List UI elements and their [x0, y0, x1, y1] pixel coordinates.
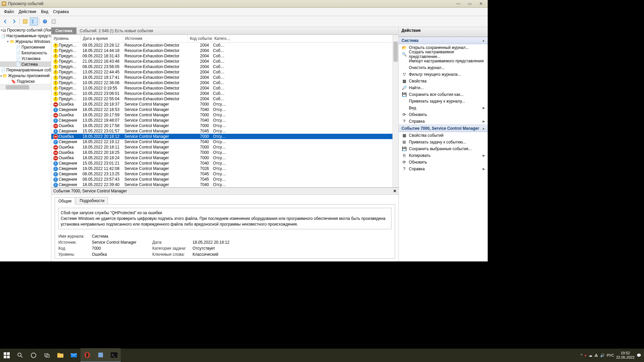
action-item[interactable]: ?Справка▶ [399, 166, 488, 172]
svg-rect-17 [46, 355, 49, 357]
actions-section-event[interactable]: Событие 7000, Service Control Manager▲ [399, 125, 488, 132]
menu-file[interactable]: Файл [2, 9, 16, 15]
tray-lang[interactable]: РУС [607, 353, 614, 357]
minimize-button[interactable]: — [453, 1, 464, 7]
event-row[interactable]: Ошибка18.05.2022 20:17:58Service Control… [51, 123, 392, 128]
action-item[interactable]: ▽Фильтр текущего журнала... [399, 71, 488, 78]
search-icon[interactable] [13, 349, 27, 362]
menu-view[interactable]: Вид [39, 9, 50, 15]
actions-section-system[interactable]: Система▲ [399, 37, 488, 44]
maximize-button[interactable]: ▭ [464, 1, 475, 7]
action-item[interactable]: Привязать задачу к журналу... [399, 98, 488, 105]
action-item[interactable]: 💾Сохранить все события как... [399, 91, 488, 98]
event-row[interactable]: Ошибка18.05.2022 20:18:11Service Control… [51, 144, 392, 150]
col-date[interactable]: Дата и время [81, 35, 123, 42]
action-item[interactable]: ⊞Привязать задачу к событию... [399, 139, 488, 145]
event-row[interactable]: Сведения18.05.2022 22:39:40Service Contr… [51, 182, 392, 187]
action-item[interactable]: ⟳Обновить [399, 159, 488, 166]
action-item[interactable]: 🔎Найти... [399, 84, 488, 91]
taskview-icon[interactable] [40, 349, 54, 362]
toolbar-help[interactable]: ? [41, 17, 49, 25]
toolbar-show-preview[interactable] [30, 17, 38, 25]
event-row[interactable]: Сведения15.05.2022 23:01:21Service Contr… [51, 161, 392, 166]
tray-volume-icon[interactable]: 🔊 [600, 353, 605, 358]
cmd-icon[interactable]: >_ [107, 348, 121, 362]
col-eventid[interactable]: Код события [188, 35, 212, 42]
col-category[interactable]: Катего... [212, 35, 230, 42]
tree-item[interactable]: ▸📁Журналы приложений и сл [0, 73, 51, 78]
tray-clock[interactable]: 19:5222.05.2022 [616, 351, 635, 360]
event-row[interactable]: Ошибка18.05.2022 20:17:59Service Control… [51, 112, 392, 118]
menu-help[interactable]: Справка [51, 9, 71, 15]
event-row[interactable]: Предупреж...21.05.2022 16:43:46Resource-… [51, 59, 392, 64]
event-row[interactable]: Сведения18.05.2022 22:19:12Service Contr… [51, 139, 392, 144]
col-level[interactable]: Уровень [51, 35, 81, 42]
action-item[interactable]: Импорт настраиваемого представления [399, 58, 488, 64]
tree-item[interactable]: 📄Установка [0, 56, 51, 61]
event-row[interactable]: Предупреж...10.05.2022 22:36:06Resource-… [51, 80, 392, 85]
detail-close-icon[interactable]: ✕ [393, 189, 396, 193]
mail-icon[interactable] [67, 349, 80, 362]
tray-security-icon[interactable]: ● [584, 353, 587, 357]
warn-icon [53, 97, 58, 102]
tray-notifications-icon[interactable]: 💬 [637, 353, 641, 358]
taskbar-app-icon[interactable] [94, 348, 107, 362]
tab-general[interactable]: Общие [55, 197, 75, 204]
tree-item[interactable]: ▾📁Журналы Windows [0, 39, 51, 44]
action-item[interactable]: ▦Свойства событий [399, 132, 488, 139]
tree-root[interactable]: ▾🗂Просмотр событий (Локальн [0, 27, 51, 33]
action-item[interactable]: ?Справка▶ [399, 118, 488, 125]
forward-button[interactable] [10, 17, 18, 25]
event-row[interactable]: Предупреж...18.05.2022 19:17:41Resource-… [51, 75, 392, 80]
event-row[interactable]: Предупреж...09.05.2022 23:28:12Resource-… [51, 43, 392, 48]
event-row[interactable]: Ошибка18.05.2022 20:18:24Service Control… [51, 155, 392, 161]
toolbar-properties[interactable] [50, 17, 58, 25]
action-item[interactable]: Очистить журнал... [399, 64, 488, 71]
back-button[interactable] [1, 17, 9, 25]
column-headers[interactable]: Уровень Дата и время Источник Код событи… [51, 35, 392, 43]
event-row[interactable]: Ошибка18.05.2022 20:18:12Service Control… [51, 134, 392, 139]
action-item[interactable]: ⟳Обновить [399, 111, 488, 118]
event-row[interactable]: Сведения08.05.2022 23:57:43Service Contr… [51, 177, 392, 182]
event-row[interactable]: Предупреж...08.05.2022 23:56:05Resource-… [51, 64, 392, 69]
action-item[interactable]: ⎘Копировать▶ [399, 152, 488, 159]
event-row[interactable]: Сведения15.05.2022 23:01:57Service Contr… [51, 128, 392, 134]
action-item[interactable]: 💾Сохранить выбранные события... [399, 145, 488, 152]
toolbar-show-tree[interactable] [21, 17, 29, 25]
action-item[interactable]: ▦Свойства [399, 78, 488, 84]
menu-action[interactable]: Действие [17, 9, 39, 15]
event-row[interactable]: Сведения08.05.2022 23:13:25Service Contr… [51, 171, 392, 177]
event-row[interactable]: Ошибка18.05.2022 20:18:25Service Control… [51, 150, 392, 155]
event-row[interactable]: Предупреж...13.05.2022 0:19:55Resource-E… [51, 85, 392, 91]
event-row[interactable]: Сведения19.05.2022 11:42:08Service Contr… [51, 166, 392, 171]
tree-item[interactable]: 📄Система [0, 61, 51, 67]
action-item[interactable]: 🔍Создать настраиваемое представление... [399, 51, 488, 58]
tray-onedrive-icon[interactable]: ☁ [589, 353, 592, 358]
cortana-icon[interactable] [27, 349, 40, 362]
tree-h-scrollbar[interactable] [6, 85, 29, 89]
event-row[interactable]: Сведения18.05.2022 22:16:53Service Contr… [51, 107, 392, 112]
svg-rect-12 [7, 356, 10, 358]
tree-item[interactable]: 📑Настраиваемые представле [0, 33, 51, 39]
explorer-icon[interactable] [54, 349, 67, 362]
event-row[interactable]: Предупреж...09.05.2022 18:31:43Resource-… [51, 53, 392, 59]
event-row[interactable]: Предупреж...18.05.2022 14:44:18Resource-… [51, 48, 392, 53]
tree-item[interactable]: 📄Приложение [0, 44, 51, 50]
event-row[interactable]: Предупреж...13.05.2022 22:44:45Resource-… [51, 69, 392, 75]
tray-chevron-icon[interactable]: ^ [581, 353, 582, 357]
tree-item[interactable]: 📄Безопасность [0, 50, 51, 56]
opera-icon[interactable] [80, 348, 94, 362]
action-item[interactable]: Вид▶ [399, 105, 488, 111]
tray-network-icon[interactable]: 🖧 [594, 353, 598, 357]
tab-details[interactable]: Подробности [76, 197, 108, 204]
tree-item[interactable]: 📄Перенаправленные соб [0, 67, 51, 73]
tree-item[interactable]: 🔖Подписки [0, 78, 51, 84]
event-row[interactable]: Сведения13.05.2022 19:48:07Service Contr… [51, 118, 392, 123]
close-button[interactable]: ✕ [476, 1, 486, 7]
event-row[interactable]: Предупреж...10.05.2022 23:06:01Resource-… [51, 91, 392, 96]
col-source[interactable]: Источник [123, 35, 188, 42]
list-v-scrollbar[interactable] [392, 35, 398, 187]
event-row[interactable]: Ошибка18.05.2022 20:18:37Service Control… [51, 102, 392, 107]
event-row[interactable]: Предупреж...10.05.2022 22:55:04Resource-… [51, 96, 392, 102]
start-button[interactable] [0, 349, 13, 362]
